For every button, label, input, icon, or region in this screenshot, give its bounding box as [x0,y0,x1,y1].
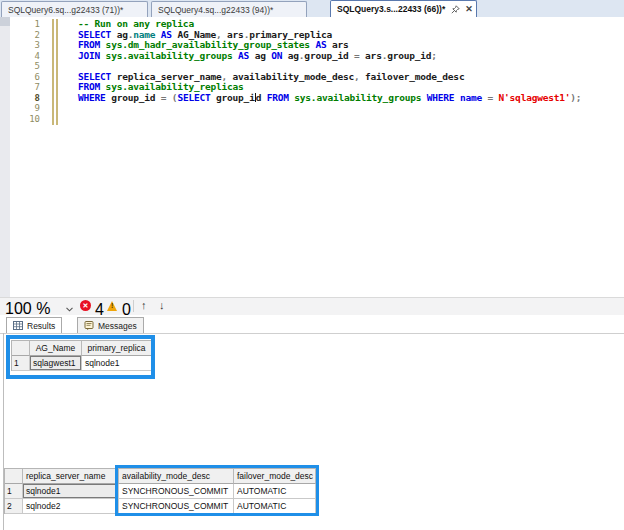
code-token: FROM [78,39,106,50]
code-line [78,114,618,125]
grid-cell[interactable]: sqlnode1 [82,356,152,371]
code-line: WHERE group_id = (SELECT group_id FROM s… [78,93,618,104]
code-token: availability_mode_desc [233,71,354,82]
code-token: FROM [78,81,106,92]
code-token: WHERE name [427,92,488,103]
grid-header-row: AG_Nameprimary_replica [12,341,152,356]
change-tracking-bar [56,19,58,125]
code-token: primary_replica [249,29,332,40]
navigate-up-icon[interactable]: ↑ [141,299,147,311]
grid-cell[interactable]: sqlnode2 [23,499,119,514]
code-token: SELECT [177,92,216,103]
grid-column-header[interactable]: AG_Name [30,341,82,356]
grid-corner[interactable] [12,341,30,356]
code-token: sys.dm_hadr_availability_group_states [106,39,310,50]
code-token: d [256,92,267,103]
grid-column-header[interactable]: replica_server_name [23,469,119,484]
grid-cell[interactable]: SYNCHRONOUS_COMMIT [119,499,234,514]
results-grid-replicas: replica_server_nameavailability_mode_des… [4,468,316,514]
code-token: group_id [387,50,431,61]
code-token: SELECT [78,71,117,82]
code-token: group_id [111,92,161,103]
grid-row: 1sqlnode1SYNCHRONOUS_COMMITAUTOMATIC [5,484,316,499]
grid-row: 1sqlagwest1sqlnode1 [12,356,152,371]
code-token: name [133,29,155,40]
tab-label: Results [27,321,55,331]
line-number: 3 [12,40,42,51]
breakpoint-margin[interactable] [0,17,10,297]
status-divider [133,300,134,312]
code-token: N'sqlagwest1' [499,92,571,103]
tab-messages[interactable]: Messages [77,317,144,333]
code-token: ag [282,50,299,61]
grid-row: 2sqlnode2SYNCHRONOUS_COMMITAUTOMATIC [5,499,316,514]
code-token: replica_server_name [117,71,222,82]
code-token: failover_mode_desc [365,71,464,82]
code-token: ON [271,50,282,61]
tab-label: SQLQuery6.sq...g22433 (71))* [8,5,123,15]
row-number[interactable]: 1 [5,484,23,499]
tab-results[interactable]: Results [6,317,62,333]
grid-header-row: replica_server_nameavailability_mode_des… [5,469,316,484]
code-token: AG_Name [172,29,216,40]
results-grid-icon [13,321,23,330]
chevron-down-icon [66,307,73,312]
row-number[interactable]: 1 [12,356,30,371]
error-icon[interactable]: ✕ [80,300,91,311]
navigate-down-icon[interactable]: ↓ [159,299,165,311]
code-token: AS [238,50,249,61]
document-tabstrip: SQLQuery6.sq...g22433 (71))* SQLQuery4.s… [0,0,624,17]
code-token: , [222,71,233,82]
code-token: AS [161,29,172,40]
code-token: = ( [161,92,178,103]
line-number-gutter: 12345678910 [12,19,42,124]
grid-cell[interactable]: sqlagwest1 [30,356,82,371]
code-line [78,103,618,114]
line-number: 4 [12,51,42,62]
code-token: group_id [304,50,354,61]
tab-sqlquery3[interactable]: SQLQuery3.s...22433 (66))* ✕ [330,0,477,17]
code-token: sys.availability_groups [106,50,233,61]
tab-sqlquery6[interactable]: SQLQuery6.sq...g22433 (71))* [1,1,148,17]
grid-column-header[interactable]: failover_mode_desc [234,469,316,484]
grid-cell[interactable]: sqlnode1 [23,484,119,499]
tab-label: Messages [98,321,137,331]
grid-cell[interactable]: SYNCHRONOUS_COMMIT [119,484,234,499]
results-grid-ag: AG_Nameprimary_replica1sqlagwest1sqlnode… [11,340,152,371]
tab-sqlquery4[interactable]: SQLQuery4.sq...g22433 (94))* [151,1,307,17]
code-token: ); [570,92,581,103]
code-token: ag [117,29,128,40]
close-icon[interactable]: ✕ [465,5,473,14]
editor-status-bar [0,297,624,315]
code-token: , [354,71,365,82]
code-token: = [354,50,365,61]
code-line: JOIN sys.availability_groups AS ag ON ag… [78,51,618,62]
code-token: JOIN [78,50,106,61]
grid-column-header[interactable]: availability_mode_desc [119,469,234,484]
pin-icon[interactable] [451,5,460,14]
code-token: = [488,92,499,103]
code-token: ars [326,39,348,50]
tab-label: SQLQuery4.sq...g22433 (94))* [158,5,273,15]
grid-cell[interactable]: AUTOMATIC [234,484,316,499]
code-token: ag [249,50,271,61]
messages-icon [84,321,94,330]
code-lines[interactable]: -- Run on any replicaSELECT ag.name AS A… [78,19,618,124]
grid-corner[interactable] [5,469,23,484]
line-number: 7 [12,82,42,93]
grid-column-header[interactable]: primary_replica [82,341,152,356]
line-number: 6 [12,72,42,83]
code-token: sys.availability_groups [294,92,421,103]
code-token: ars [227,29,244,40]
grid-cell[interactable]: AUTOMATIC [234,499,316,514]
tab-label: SQLQuery3.s...22433 (66))* [337,4,445,14]
code-token: SELECT [78,29,117,40]
code-token: AS [315,39,326,50]
code-token: group_i [216,92,255,103]
line-number: 5 [12,61,42,72]
line-number: 2 [12,30,42,41]
row-number[interactable]: 2 [5,499,23,514]
line-number: 10 [12,114,42,125]
line-number: 9 [12,103,42,114]
line-number: 8 [12,93,42,104]
